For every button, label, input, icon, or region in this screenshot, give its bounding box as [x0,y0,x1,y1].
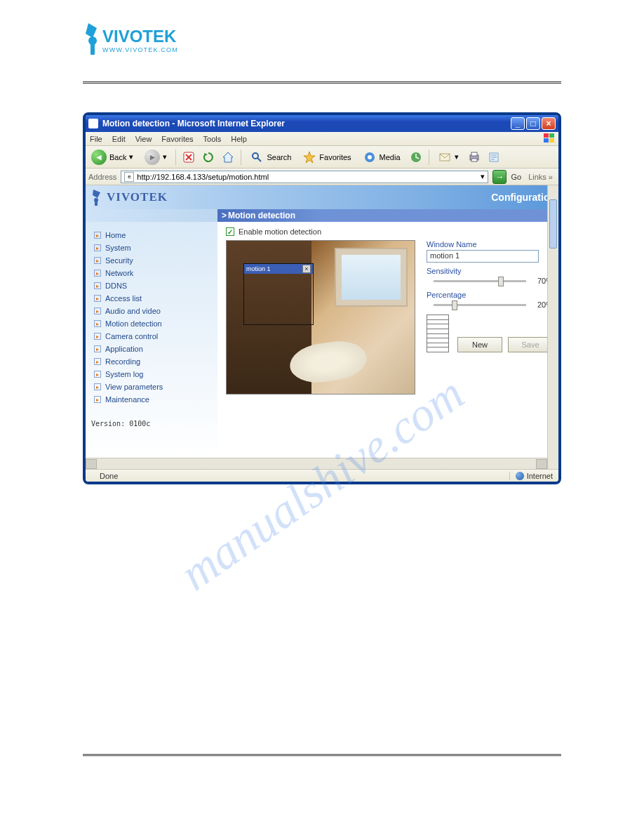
vivotek-brand-logo: VIVOTEK WWW.VIVOTEK.COM [83,20,195,62]
enable-motion-checkbox[interactable]: ✓ [226,227,234,236]
new-button[interactable]: New [457,337,502,352]
expand-icon: ▸ [94,320,101,327]
print-button[interactable] [467,150,481,164]
search-icon [250,150,264,164]
close-button[interactable]: × [542,117,556,130]
scroll-right-button[interactable] [536,459,547,469]
address-input[interactable]: e http://192.168.4.133/setup/motion.html… [121,171,488,183]
svg-point-8 [253,153,258,159]
save-button[interactable]: Save [508,337,553,352]
percentage-slider[interactable] [434,304,526,306]
sidebar-item-system-log[interactable]: ▸System log [90,368,213,380]
go-label: Go [511,173,521,181]
menu-view[interactable]: View [135,135,152,143]
menu-help[interactable]: Help [231,135,247,143]
mail-button[interactable]: ▾ [435,149,462,166]
security-zone-label: Internet [527,472,553,480]
motion-window[interactable]: motion 1 × [243,263,314,325]
back-dropdown-icon[interactable]: ▾ [129,152,133,161]
expand-icon: ▸ [94,295,101,302]
sidebar-item-security[interactable]: ▸Security [90,254,213,267]
sidebar-item-audio-video[interactable]: ▸Audio and video [90,305,213,317]
menu-tools[interactable]: Tools [203,135,222,143]
svg-rect-1 [90,44,95,55]
sidebar-item-recording[interactable]: ▸Recording [90,355,213,368]
minimize-button[interactable]: _ [511,117,525,130]
window-titlebar: Motion detection - Microsoft Internet Ex… [86,115,558,132]
toolbar: ◄ Back ▾ ► ▾ Search Favorites Media [86,146,558,168]
sidebar-item-system[interactable]: ▸System [90,241,213,254]
menu-favorites[interactable]: Favorites [161,135,193,143]
sidebar-item-access-list[interactable]: ▸Access list [90,292,213,305]
browser-viewport: VIVOTEK Configuration Motion detection ▸… [86,185,558,469]
media-icon [363,150,377,164]
back-button[interactable]: ◄ Back ▾ [88,148,136,166]
content-pane: ✓ Enable motion detection motion 1 × [217,222,558,458]
window-name-label: Window Name [427,240,553,249]
search-button[interactable]: Search [247,149,294,166]
sidebar-item-home[interactable]: ▸Home [90,229,213,241]
back-label: Back [109,153,126,161]
horizontal-scrollbar[interactable] [86,458,547,469]
favorites-button[interactable]: Favorites [300,149,354,166]
stop-button[interactable] [182,150,196,164]
star-icon [302,150,316,164]
forward-button[interactable]: ► ▾ [142,148,170,166]
motion-histogram [427,315,449,352]
sidebar-item-ddns[interactable]: ▸DDNS [90,279,213,292]
vertical-scrollbar[interactable] [547,185,558,469]
expand-icon: ▸ [94,371,101,378]
sensitivity-slider[interactable] [434,280,526,282]
svg-rect-5 [544,138,549,143]
address-text: http://192.168.4.133/setup/motion.html [137,173,478,181]
go-button[interactable]: → [492,170,507,184]
sidebar: ▸Home ▸System ▸Security ▸Network ▸DDNS ▸… [86,222,217,458]
status-bar: Done Internet [86,469,558,482]
refresh-button[interactable] [201,150,215,164]
edit-button[interactable] [487,150,501,164]
svg-rect-6 [549,138,554,143]
sidebar-header-spacer [86,209,217,222]
home-button[interactable] [221,150,235,164]
sidebar-item-view-parameters[interactable]: ▸View parameters [90,380,213,393]
sidebar-item-application[interactable]: ▸Application [90,343,213,355]
links-menu[interactable]: Links » [525,173,556,181]
expand-icon: ▸ [94,345,101,352]
app-header: VIVOTEK Configuration [86,185,558,209]
expand-icon: ▸ [94,396,101,403]
menu-file[interactable]: File [90,135,102,143]
percentage-slider-knob[interactable] [452,300,457,310]
media-button[interactable]: Media [360,149,403,166]
maximize-button[interactable]: □ [526,117,540,130]
history-button[interactable] [409,150,423,164]
menu-bar: File Edit View Favorites Tools Help [86,132,558,146]
expand-icon: ▸ [94,383,101,390]
page-divider-top [83,81,561,84]
scrollbar-thumb[interactable] [549,199,557,249]
motion-window-close-icon[interactable]: × [302,265,311,273]
scroll-left-button[interactable] [86,459,97,469]
mail-dropdown-icon[interactable]: ▾ [455,152,459,161]
menu-edit[interactable]: Edit [112,135,126,143]
section-title: Motion detection [217,209,558,222]
toolbar-separator [429,150,429,165]
page-icon: e [124,172,134,182]
sidebar-item-maintenance[interactable]: ▸Maintenance [90,393,213,406]
svg-rect-3 [544,133,549,138]
svg-point-11 [368,155,372,159]
sidebar-item-motion-detection[interactable]: ▸Motion detection [90,317,213,330]
address-bar: Address e http://192.168.4.133/setup/mot… [86,168,558,185]
sidebar-item-camera-control[interactable]: ▸Camera control [90,330,213,343]
svg-rect-22 [95,201,98,206]
expand-icon: ▸ [94,282,101,289]
toolbar-separator [175,150,176,165]
forward-dropdown-icon[interactable]: ▾ [163,152,167,161]
address-label: Address [88,173,116,181]
svg-rect-16 [471,159,477,161]
address-dropdown-icon[interactable]: ▾ [481,172,485,181]
sidebar-item-network[interactable]: ▸Network [90,267,213,279]
camera-preview[interactable]: motion 1 × [226,240,415,395]
window-name-input[interactable]: motion 1 [427,250,539,263]
sensitivity-slider-knob[interactable] [498,277,504,286]
window-title: Motion detection - Microsoft Internet Ex… [102,119,509,128]
